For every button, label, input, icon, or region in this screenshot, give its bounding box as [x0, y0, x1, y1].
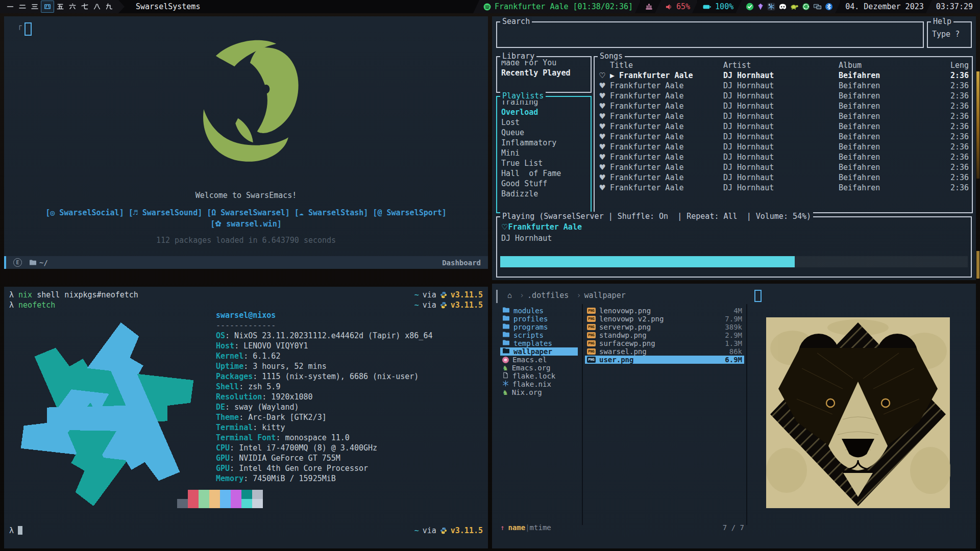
dashboard-button-4[interactable]: [☁ SwarselStash]: [295, 208, 369, 217]
breadcrumb-dotfiles[interactable]: .dotfiles: [527, 291, 569, 300]
song-title: Frankfurter Aale: [610, 81, 723, 91]
playlist-item-5[interactable]: Inflammatory: [497, 138, 591, 148]
workspace-5[interactable]: [54, 1, 66, 12]
battery-icon: [702, 3, 712, 11]
playlist-item-4[interactable]: Queue: [497, 128, 591, 138]
playlist-item-6[interactable]: Mini: [497, 148, 591, 158]
song-length: 2:36: [938, 81, 972, 91]
bluetooth-icon[interactable]: [825, 3, 833, 11]
swarsel-logo: [185, 35, 307, 186]
song-row-2[interactable]: ♥Frankfurter AaleDJ HornhautBeifahren2:3…: [595, 81, 972, 91]
dir-row-Emacs.el[interactable]: eEmacs.el: [500, 356, 578, 364]
check-circle-icon[interactable]: [746, 3, 754, 11]
dir-row-flake.nix[interactable]: flake.nix: [500, 380, 578, 388]
neofetch-label: CPU: [216, 443, 230, 453]
entry-name: serverwp.png: [599, 323, 651, 331]
folder-icon: [502, 347, 510, 356]
workspace-3[interactable]: [29, 1, 41, 12]
song-title: Frankfurter Aale: [610, 162, 723, 172]
command-args: shell nixpkgs#neofetch: [32, 290, 138, 299]
turtle-icon[interactable]: [790, 3, 799, 11]
site-button[interactable]: [ swarsel.win]: [4, 219, 488, 229]
song-title: Frankfurter Aale: [610, 142, 723, 152]
playlist-item-10[interactable]: Badizzle: [497, 189, 591, 199]
dir-row-scripts[interactable]: scripts: [500, 331, 578, 339]
neofetch-field-2: Host: LENOVO VIQY0Y1: [216, 341, 432, 351]
file-row-lenovowp.png[interactable]: PNGlenovowp.png4M: [585, 307, 744, 315]
playlist-item-7[interactable]: True List: [497, 158, 591, 168]
library-item-2[interactable]: Recently Played: [497, 67, 591, 78]
breadcrumb-wallpaper[interactable]: wallpaper: [584, 291, 625, 300]
dir-row-modules[interactable]: modules: [500, 307, 578, 315]
seek-bar[interactable]: [500, 256, 968, 267]
dir-row-templates[interactable]: templates: [500, 339, 578, 347]
workspace-7[interactable]: [79, 1, 91, 12]
heart-icon: ♥: [595, 152, 610, 162]
gem-icon[interactable]: [757, 3, 764, 11]
song-row-6[interactable]: ♥Frankfurter AaleDJ HornhautBeifahren2:3…: [595, 121, 972, 132]
battery-segment[interactable]: 100%: [692, 0, 741, 13]
playlist-item-9[interactable]: Good Stuff: [497, 179, 591, 189]
song-row-7[interactable]: ♥Frankfurter AaleDJ HornhautBeifahren2:3…: [595, 132, 972, 142]
now-playing-segment[interactable]: Frankfurter Aale [01:38/02:36]: [473, 0, 640, 13]
sort-primary[interactable]: name: [508, 523, 525, 532]
dashboard-button-5[interactable]: [@ SwarselSport]: [373, 208, 447, 217]
dashboard-button-2[interactable]: [♬ SwarselSound]: [129, 208, 203, 217]
song-row-11[interactable]: ♥Frankfurter AaleDJ HornhautBeifahren2:3…: [595, 172, 972, 183]
col-album: Album: [839, 60, 938, 70]
elisp-icon: e: [502, 357, 509, 363]
workspace-9[interactable]: [103, 1, 115, 12]
song-row-9[interactable]: ♥Frankfurter AaleDJ HornhautBeifahren2:3…: [595, 152, 972, 162]
file-row-swarsel.png[interactable]: PNGswarsel.png86k: [585, 347, 744, 356]
scrollbar-mark[interactable]: [496, 290, 498, 303]
dir-row-programs[interactable]: programs: [500, 323, 578, 331]
playlist-item-3[interactable]: Lost: [497, 117, 591, 128]
neofetch-value: : kitty: [253, 423, 285, 432]
syncthing-icon[interactable]: [802, 3, 810, 11]
dashboard-button-1[interactable]: [◎ SwarselSocial]: [45, 208, 124, 217]
song-artist: DJ Hornhaut: [723, 152, 839, 162]
song-row-12[interactable]: ♥Frankfurter AaleDJ HornhautBeifahren2:3…: [595, 183, 972, 193]
dir-row-Emacs.org[interactable]: ♞Emacs.org: [500, 364, 578, 372]
song-row-10[interactable]: ♥Frankfurter AaleDJ HornhautBeifahren2:3…: [595, 162, 972, 172]
volume-segment[interactable]: 65%: [655, 0, 697, 13]
dir-row-wallpaper[interactable]: wallpaper: [500, 347, 578, 356]
workspace-6[interactable]: [66, 1, 79, 12]
file-row-user.png[interactable]: PNGuser.png6.9M: [585, 356, 744, 364]
workspace-8[interactable]: [91, 1, 103, 12]
song-row-4[interactable]: ♥Frankfurter AaleDJ HornhautBeifahren2:3…: [595, 101, 972, 111]
song-row-1[interactable]: ♡▶ Frankfurter AaleDJ HornhautBeifahren2…: [595, 70, 972, 81]
song-album: Beifahren: [839, 132, 938, 142]
file-row-surfacewp.png[interactable]: PNGsurfacewp.png1.3M: [585, 339, 744, 347]
dir-row-flake.lock[interactable]: flake.lock: [500, 372, 578, 380]
playlist-item-8[interactable]: Hall of Fame: [497, 168, 591, 179]
file-row-standwp.png[interactable]: PNGstandwp.png2.9M: [585, 331, 744, 339]
workspace-1[interactable]: [4, 1, 16, 12]
song-title: Frankfurter Aale: [610, 121, 723, 132]
discord-icon[interactable]: [778, 3, 787, 11]
entry-name: Emacs.el: [512, 356, 547, 364]
shell-prompt[interactable]: λ ~ via v3.11.5: [9, 525, 483, 536]
search-box[interactable]: Search: [496, 21, 924, 48]
workspace-4[interactable]: [41, 1, 54, 13]
help-label: Help: [931, 17, 953, 26]
python-version: v3.11.5: [451, 300, 483, 310]
time-text: 03:37:29: [936, 2, 973, 11]
sort-secondary[interactable]: mtime: [530, 523, 551, 532]
dir-row-Nix.org[interactable]: ♞Nix.org: [500, 388, 578, 396]
home-icon[interactable]: ⌂: [507, 291, 512, 300]
nix-snowflake-tray-icon[interactable]: [767, 3, 775, 11]
heart-icon: ♥: [595, 111, 610, 121]
file-row-lenovowp_v2.png[interactable]: PNGlenovowp_v2.png7.9M: [585, 315, 744, 323]
song-row-5[interactable]: ♥Frankfurter AaleDJ HornhautBeifahren2:3…: [595, 111, 972, 121]
display-icon[interactable]: [813, 3, 822, 11]
file-row-serverwp.png[interactable]: PNGserverwp.png389k: [585, 323, 744, 331]
command-text: λ nix shell nixpkgs#neofetch: [9, 290, 138, 300]
song-row-8[interactable]: ♥Frankfurter AaleDJ HornhautBeifahren2:3…: [595, 142, 972, 152]
dashboard-button-3[interactable]: [Ω SwarselSwarsel]: [207, 208, 290, 217]
workspace-2[interactable]: [16, 1, 29, 12]
playlist-item-2[interactable]: Overload: [497, 107, 591, 117]
song-row-3[interactable]: ♥Frankfurter AaleDJ HornhautBeifahren2:3…: [595, 91, 972, 101]
sort-direction-icon[interactable]: ↑: [500, 523, 504, 532]
dir-row-profiles[interactable]: profiles: [500, 315, 578, 323]
